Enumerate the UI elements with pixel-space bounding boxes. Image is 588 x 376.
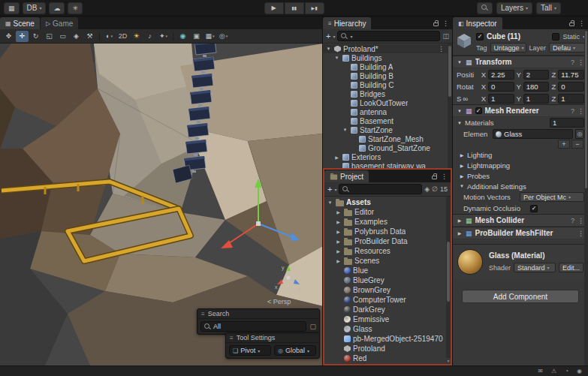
foldout-open-icon[interactable]: ▼ [333,56,340,60]
edit-shader-button[interactable]: Edit... [559,263,583,272]
gizmos-dropdown[interactable]: ◎▾ [217,31,230,42]
project-item-protoland[interactable]: Protoland [324,344,451,353]
project-item-bluegrey[interactable]: BlueGrey [324,275,451,285]
hierarchy-item-antenna[interactable]: antenna [323,107,452,116]
layers-dropdown[interactable]: Layers ▾ [496,2,532,14]
foldout-open-icon[interactable]: ▼ [457,121,463,125]
hierarchy-item-basement-stairway-wa[interactable]: basement stairway wa [323,161,452,168]
hierarchy-item-startzone[interactable]: ▼StartZone [323,125,452,134]
project-item-assets[interactable]: ▼Assets [324,197,451,207]
project-item-scenes[interactable]: ▶Scenes [324,256,451,266]
hierarchy-item-startzone-mesh[interactable]: StartZone_Mesh [323,134,452,143]
foldout-closed-icon[interactable]: ▶ [457,218,463,223]
transform-x-field[interactable]: 0 [488,82,514,92]
hierarchy-item-buildings[interactable]: ▼Buildings [323,53,452,62]
open-search-window-icon[interactable]: ▢ [309,323,316,330]
hierarchy-item-lookouttower[interactable]: LookOutTower [323,98,452,107]
lock-icon[interactable] [432,176,437,179]
foldout-closed-icon[interactable]: ▶ [333,155,340,160]
foldout-open-icon[interactable]: ▼ [457,109,463,113]
help-icon[interactable]: ? [571,107,574,115]
project-item-blue[interactable]: Blue [324,266,451,275]
transform-x-field[interactable]: 1 [488,94,514,104]
play-button[interactable]: ▶ [264,2,284,14]
scroll-down-arrow-icon[interactable]: ▼ [446,358,451,364]
scene-search-input[interactable]: All [201,321,306,332]
hierarchy-item-building-b[interactable]: Building B [323,71,452,80]
tab-game[interactable]: ▷ Game [41,17,78,29]
motion-vectors-dropdown[interactable]: Per Object Mc ▾ [520,192,584,202]
scene-viewport[interactable]: y x z < Persp ≡ Search All ▢ [0,44,322,365]
remove-material-button[interactable]: − [571,140,583,149]
foldout-closed-icon[interactable]: ▶ [335,258,342,263]
hidden-objects-toggle[interactable]: ◉ [176,31,189,42]
pivot-mode-dropdown[interactable]: ❏ Pivot ▾ [229,345,271,356]
scene-lighting-toggle[interactable]: ☀ [130,31,143,42]
notification-icon[interactable]: ◔ [565,368,568,374]
object-name[interactable]: Cube (11) [487,32,549,41]
foldout-closed-icon[interactable]: ▶ [335,219,342,224]
foldout-closed-icon[interactable]: ▶ [335,229,342,234]
hidden-items-icon[interactable]: ∅ [432,185,438,193]
component-menu-icon[interactable]: ⋮ [577,107,584,115]
cloud-services-button[interactable]: ☁ [49,2,65,14]
help-icon[interactable]: ? [571,59,574,66]
warning-icon[interactable]: ⚠ [551,368,556,374]
lock-icon[interactable] [569,23,574,26]
tab-project[interactable]: Project [324,170,369,182]
layer-dropdown[interactable]: Defau ▾ [549,43,585,53]
probuilder-meshfilter-component-header[interactable]: ▶ ▦ ProBuilder MeshFilter ⋮ [453,227,588,239]
rect-tool-icon[interactable]: ▭ [56,31,69,42]
step-button[interactable]: ▶▮ [305,2,324,14]
hierarchy-item-building-c[interactable]: Building C [323,80,452,89]
rotate-tool-icon[interactable]: ↻ [29,31,42,42]
materials-count-field[interactable]: 1 [550,118,584,128]
uniform-scale-link-icon[interactable]: ∞ [463,95,468,103]
tag-dropdown[interactable]: Untagge ▾ [490,43,526,53]
component-enabled-checkbox[interactable]: ✓ [475,107,482,114]
hierarchy-item-protoland[interactable]: ▼Protoland*⋮ [323,44,452,53]
tab-hierarchy[interactable]: ≡ Hierarchy [323,17,371,29]
project-item-darkgrey[interactable]: DarkGrey [324,305,451,314]
move-tool-icon[interactable]: ✛ [16,31,29,42]
foldout-open-icon[interactable]: ▼ [457,60,463,65]
dynamic-occlusion-checkbox[interactable]: ✓ [530,205,538,212]
panel-menu-icon[interactable]: ⋮ [442,20,449,27]
project-item-browngrey[interactable]: BrownGrey [324,285,451,295]
project-item-pb-mergedobject-2519470[interactable]: pb-MergedObject-2519470 [324,334,451,344]
foldout-probes[interactable]: ▶Probes [453,170,588,181]
hierarchy-search-input[interactable]: ▾ [337,31,440,41]
lock-icon[interactable] [433,23,439,26]
console-message-icon[interactable]: ✉ [538,368,543,374]
activity-icon[interactable]: ◉ [577,368,582,374]
hierarchy-item-building-a[interactable]: Building A [323,62,452,71]
effects-dropdown[interactable]: ✦▾ [157,31,170,42]
editor-search-button[interactable] [477,2,493,14]
project-item-resources[interactable]: ▶Resources [324,246,451,256]
audio-toggle[interactable]: ♪ [143,31,156,42]
project-scrollbar[interactable] [446,197,451,358]
drag-handle-icon[interactable]: ≡ [230,335,234,341]
view-pan-tool-icon[interactable]: ✥ [2,31,15,42]
mesh-renderer-component-header[interactable]: ▼ ▦ ✓ Mesh Renderer ? ⋮ [453,104,588,117]
hierarchy-item-ground-startzone[interactable]: Ground_StartZone [323,143,452,152]
foldout-closed-icon[interactable]: ▶ [335,248,342,254]
component-menu-icon[interactable]: ⋮ [577,59,584,66]
transform-x-field[interactable]: 2.25 [488,70,514,80]
grid-visibility-dropdown[interactable]: ▦▾ [204,31,216,42]
component-menu-icon[interactable]: ⋮ [577,230,584,237]
add-component-button[interactable]: Add Component [462,290,579,303]
project-item-editor[interactable]: ▶Editor [324,207,451,217]
project-item-computertower[interactable]: ComputerTower [324,295,451,305]
tab-scene[interactable]: ▦ Scene [0,17,40,29]
collab-button[interactable]: ✳ [68,2,83,14]
shader-dropdown[interactable]: Standard ▾ [514,263,556,272]
mesh-collider-component-header[interactable]: ▶ ▦ Mesh Collider ? ⋮ [453,214,588,227]
component-menu-icon[interactable]: ⋮ [577,217,584,224]
active-checkbox[interactable]: ✓ [476,33,484,41]
scene-menu-icon[interactable]: ⋮ [438,45,446,53]
scale-tool-icon[interactable]: ◱ [43,31,56,42]
additional-settings-foldout[interactable]: ▼ Additional Settings [453,181,588,191]
foldout-open-icon[interactable]: ▼ [342,128,348,132]
transform-z-field[interactable]: 0 [558,82,584,92]
